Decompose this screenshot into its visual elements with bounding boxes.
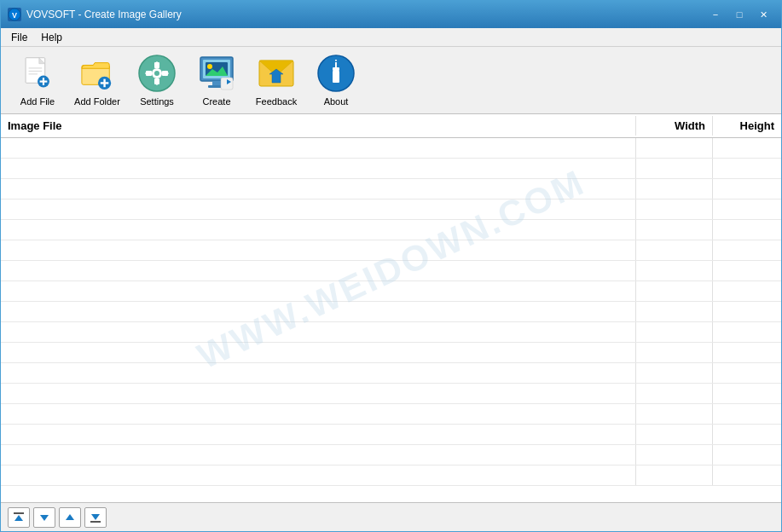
add-folder-icon — [78, 54, 117, 93]
table-row — [1, 261, 781, 281]
col-header-image-file: Image File — [1, 116, 636, 136]
about-button[interactable]: i About — [306, 50, 366, 110]
add-folder-button[interactable]: Add Folder — [67, 50, 127, 110]
svg-marker-42 — [14, 515, 23, 521]
menu-bar: File Help — [1, 28, 781, 47]
move-down-button[interactable] — [33, 507, 55, 528]
create-icon — [197, 54, 236, 93]
table-header: Image File Width Height — [1, 114, 781, 138]
svg-marker-44 — [66, 514, 74, 520]
add-file-icon — [18, 54, 57, 93]
bottom-bar — [1, 502, 781, 531]
add-file-label: Add File — [20, 96, 55, 107]
table-row — [1, 302, 781, 322]
close-button[interactable]: ✕ — [752, 6, 774, 23]
feedback-icon — [257, 54, 296, 93]
table-row — [1, 281, 781, 302]
table-row — [1, 363, 781, 384]
svg-rect-39 — [333, 71, 339, 83]
menu-file[interactable]: File — [4, 30, 34, 45]
table-row — [1, 404, 781, 425]
table-row — [1, 445, 781, 466]
table-row — [1, 343, 781, 363]
window-title: VOVSOFT - Create Image Gallery — [26, 9, 182, 20]
title-bar: V VOVSOFT - Create Image Gallery − □ ✕ — [1, 1, 781, 28]
settings-icon — [137, 54, 177, 93]
create-button[interactable]: Create — [187, 50, 246, 110]
about-icon: i — [316, 54, 356, 93]
svg-rect-30 — [212, 81, 221, 85]
table-row — [1, 425, 781, 445]
table-row — [1, 466, 781, 486]
create-label: Create — [202, 96, 230, 107]
table-row — [1, 159, 781, 179]
table-row — [1, 179, 781, 200]
table-row — [1, 138, 781, 159]
table-row — [1, 322, 781, 343]
move-bottom-button[interactable] — [84, 507, 107, 528]
svg-marker-46 — [91, 514, 100, 520]
about-label: About — [324, 96, 349, 107]
svg-point-16 — [154, 71, 159, 76]
maximize-button[interactable]: □ — [728, 6, 750, 23]
table-body — [1, 138, 781, 502]
move-up-icon — [63, 511, 77, 524]
title-bar-controls: − □ ✕ — [704, 6, 774, 23]
col-header-height: Height — [713, 116, 781, 136]
window-frame: V VOVSOFT - Create Image Gallery − □ ✕ F… — [0, 0, 782, 532]
table-row — [1, 240, 781, 261]
feedback-label: Feedback — [256, 96, 297, 107]
svg-text:V: V — [12, 11, 17, 20]
add-folder-label: Add Folder — [74, 96, 120, 107]
move-top-icon — [12, 511, 26, 524]
move-top-button[interactable] — [8, 507, 30, 528]
add-file-button[interactable]: Add File — [8, 50, 67, 110]
settings-button[interactable]: Settings — [127, 50, 187, 110]
settings-label: Settings — [140, 96, 174, 107]
content-area: WWW.WEIDOWN.COM Image File Width Height — [1, 114, 781, 502]
table-row — [1, 384, 781, 404]
title-bar-left: V VOVSOFT - Create Image Gallery — [8, 8, 182, 21]
app-icon: V — [8, 8, 21, 21]
move-down-icon — [38, 511, 51, 524]
minimize-button[interactable]: − — [704, 6, 727, 23]
table-row — [1, 200, 781, 220]
table-container: Image File Width Height — [1, 114, 781, 502]
move-up-button[interactable] — [59, 507, 81, 528]
menu-help[interactable]: Help — [34, 30, 69, 45]
col-header-width: Width — [636, 116, 713, 136]
svg-rect-40 — [333, 67, 339, 71]
table-row — [1, 220, 781, 240]
svg-marker-43 — [40, 515, 49, 521]
move-bottom-icon — [89, 511, 102, 524]
svg-point-28 — [207, 64, 212, 69]
feedback-button[interactable]: Feedback — [246, 50, 306, 110]
toolbar: Add File Add Folder — [1, 47, 781, 114]
